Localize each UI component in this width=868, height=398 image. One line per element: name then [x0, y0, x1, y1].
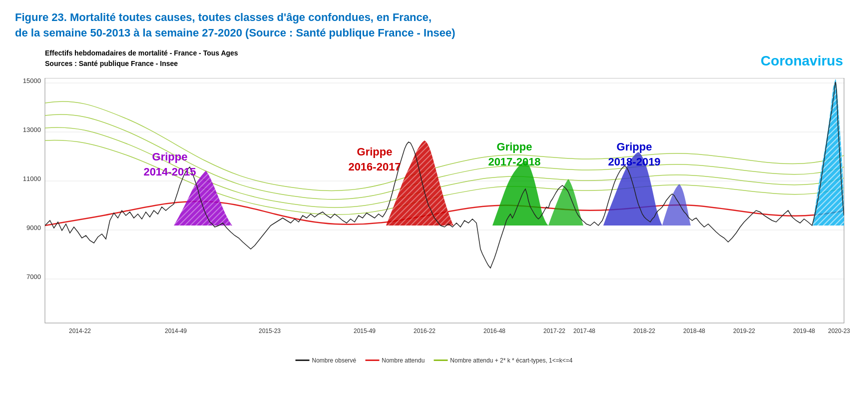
legend-expected: Nombre attendu	[365, 357, 425, 364]
coronavirus-label: Coronavirus	[761, 53, 843, 69]
svg-text:9000: 9000	[26, 224, 41, 232]
chart-legend: Nombre observé Nombre attendu Nombre att…	[296, 357, 573, 364]
svg-text:Grippe: Grippe	[357, 146, 393, 158]
svg-text:11000: 11000	[23, 175, 41, 182]
chart-svg: 15000 13000 11000 9000 7000	[15, 78, 854, 358]
legend-observed-line	[296, 360, 310, 361]
svg-text:2020-23: 2020-23	[828, 328, 850, 334]
legend-expected-k: Nombre attendu + 2* k * écart-types, 1<=…	[434, 357, 572, 364]
chart-header: Effectifs hebdomadaires de mortalité - F…	[45, 48, 238, 69]
svg-text:2017-48: 2017-48	[573, 328, 595, 334]
svg-text:Grippe: Grippe	[617, 140, 652, 153]
svg-text:13000: 13000	[23, 126, 41, 134]
svg-text:Grippe: Grippe	[152, 150, 188, 163]
legend-expected-k-line	[434, 360, 447, 361]
svg-text:2015-49: 2015-49	[354, 328, 376, 334]
svg-text:Grippe: Grippe	[497, 140, 532, 153]
svg-text:2019-48: 2019-48	[793, 328, 815, 334]
svg-text:2016-22: 2016-22	[414, 328, 435, 334]
legend-observed: Nombre observé	[296, 357, 357, 364]
svg-text:2014-49: 2014-49	[165, 328, 187, 334]
svg-text:2018-22: 2018-22	[633, 328, 655, 334]
page-container: Figure 23. Mortalité toutes causes, tout…	[0, 0, 868, 398]
svg-text:2014-2015: 2014-2015	[143, 166, 196, 178]
legend-expected-line	[365, 360, 379, 361]
svg-text:2016-2017: 2016-2017	[348, 160, 401, 173]
legend-expected-k-label: Nombre attendu + 2* k * écart-types, 1<=…	[450, 357, 572, 364]
svg-text:2015-23: 2015-23	[259, 328, 281, 334]
figure-title: Figure 23. Mortalité toutes causes, tout…	[15, 10, 814, 41]
svg-text:2017-22: 2017-22	[543, 328, 565, 334]
legend-observed-label: Nombre observé	[312, 357, 357, 364]
svg-text:2018-2019: 2018-2019	[608, 156, 660, 168]
chart-area: Effectifs hebdomadaires de mortalité - F…	[15, 48, 853, 368]
svg-text:2018-48: 2018-48	[683, 328, 705, 334]
svg-text:15000: 15000	[23, 78, 41, 84]
svg-text:2016-48: 2016-48	[483, 328, 505, 334]
svg-text:2019-22: 2019-22	[733, 328, 755, 334]
legend-expected-label: Nombre attendu	[382, 357, 425, 364]
svg-text:2014-22: 2014-22	[69, 328, 91, 334]
svg-text:7000: 7000	[26, 273, 41, 280]
svg-text:2017-2018: 2017-2018	[488, 156, 540, 168]
